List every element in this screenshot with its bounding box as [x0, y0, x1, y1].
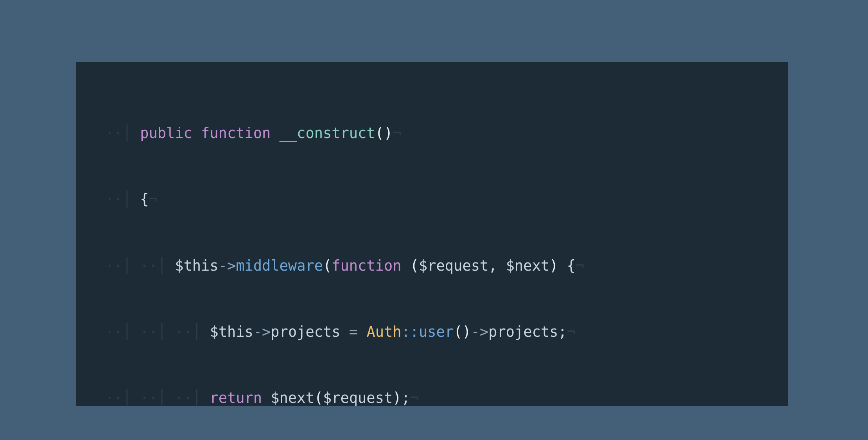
- code-line: ··│ ··│ $this->middleware(function ($req…: [105, 250, 788, 283]
- code-editor[interactable]: ··│ public function __construct()¬ ··│ {…: [76, 62, 788, 406]
- code-line: ··│ ··│ ··│ return $next($request);¬: [105, 382, 788, 415]
- code-line: ··│ public function __construct()¬: [105, 117, 788, 150]
- code-line: ··│ {¬: [105, 183, 788, 216]
- code-line: ··│ ··│ ··│ $this->projects = Auth::user…: [105, 316, 788, 349]
- code-block: ··│ public function __construct()¬ ··│ {…: [105, 84, 788, 440]
